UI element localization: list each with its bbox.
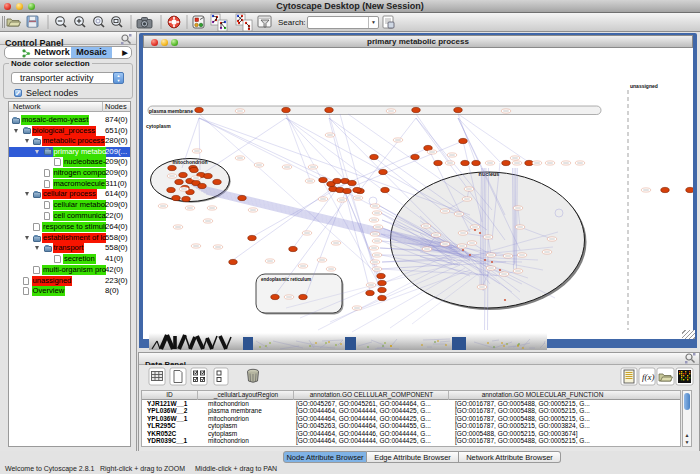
svg-text:cytoplasm: cytoplasm xyxy=(146,123,171,129)
svg-text:mitochondrion: mitochondrion xyxy=(173,159,208,165)
svg-text:endoplasmic reticulum: endoplasmic reticulum xyxy=(261,277,311,282)
svg-text:plasma membrane: plasma membrane xyxy=(149,108,193,114)
svg-text:f(x): f(x) xyxy=(642,372,655,382)
svg-text:unassigned: unassigned xyxy=(630,83,658,89)
